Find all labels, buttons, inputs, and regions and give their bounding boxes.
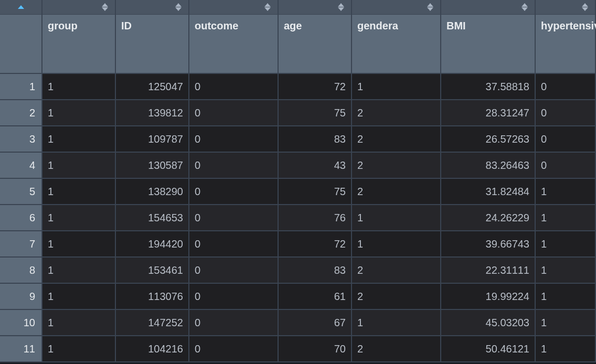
cell-outcome[interactable]: 0 — [189, 283, 278, 309]
table-row[interactable]: 81153461083222.311111 — [0, 257, 595, 283]
cell-ID[interactable]: 130587 — [115, 152, 189, 178]
cell-hypertensive[interactable]: 1 — [535, 309, 595, 336]
row-number-cell[interactable]: 9 — [0, 283, 42, 309]
cell-ID[interactable]: 153461 — [115, 257, 189, 283]
cell-gendera[interactable]: 1 — [352, 231, 441, 257]
cell-outcome[interactable]: 0 — [189, 100, 278, 126]
sort-icon[interactable] — [264, 3, 271, 12]
sort-icon[interactable] — [101, 3, 109, 12]
cell-hypertensive[interactable]: 1 — [535, 336, 595, 362]
cell-BMI[interactable]: 26.57263 — [441, 126, 535, 152]
table-row[interactable]: 41130587043283.264630 — [0, 152, 595, 178]
cell-outcome[interactable]: 0 — [189, 178, 278, 205]
cell-BMI[interactable]: 83.26463 — [441, 152, 535, 178]
cell-BMI[interactable]: 37.58818 — [441, 73, 535, 100]
row-number-cell[interactable]: 6 — [0, 205, 42, 231]
cell-hypertensive[interactable]: 1 — [535, 231, 595, 257]
cell-BMI[interactable]: 19.99224 — [441, 283, 535, 309]
header-bmi[interactable]: BMI — [441, 0, 535, 73]
cell-age[interactable]: 67 — [278, 309, 352, 336]
header-group[interactable]: group — [42, 0, 115, 73]
table-row[interactable]: 31109787083226.572630 — [0, 126, 595, 152]
cell-age[interactable]: 72 — [278, 73, 352, 100]
cell-ID[interactable]: 109787 — [115, 126, 189, 152]
cell-ID[interactable]: 154653 — [115, 205, 189, 231]
header-gendera[interactable]: gendera — [352, 0, 441, 73]
cell-group[interactable]: 1 — [42, 257, 115, 283]
cell-gendera[interactable]: 2 — [352, 126, 441, 152]
cell-BMI[interactable]: 45.03203 — [441, 309, 535, 336]
cell-ID[interactable]: 194420 — [115, 231, 189, 257]
cell-ID[interactable]: 147252 — [115, 309, 189, 336]
cell-outcome[interactable]: 0 — [189, 231, 278, 257]
cell-age[interactable]: 43 — [278, 152, 352, 178]
cell-hypertensive[interactable]: 1 — [535, 205, 595, 231]
cell-group[interactable]: 1 — [42, 100, 115, 126]
cell-group[interactable]: 1 — [42, 283, 115, 309]
cell-BMI[interactable]: 28.31247 — [441, 100, 535, 126]
header-outcome[interactable]: outcome — [189, 0, 278, 73]
cell-outcome[interactable]: 0 — [189, 309, 278, 336]
cell-ID[interactable]: 113076 — [115, 283, 189, 309]
cell-BMI[interactable]: 39.66743 — [441, 231, 535, 257]
cell-group[interactable]: 1 — [42, 336, 115, 362]
cell-ID[interactable]: 139812 — [115, 100, 189, 126]
row-number-cell[interactable]: 10 — [0, 309, 42, 336]
sort-asc-icon[interactable] — [17, 3, 25, 12]
cell-age[interactable]: 75 — [278, 100, 352, 126]
cell-group[interactable]: 1 — [42, 309, 115, 336]
header-age[interactable]: age — [278, 0, 352, 73]
row-number-cell[interactable]: 1 — [0, 73, 42, 100]
cell-outcome[interactable]: 0 — [189, 257, 278, 283]
cell-BMI[interactable]: 22.31111 — [441, 257, 535, 283]
cell-hypertensive[interactable]: 1 — [535, 257, 595, 283]
cell-hypertensive[interactable]: 0 — [535, 152, 595, 178]
cell-age[interactable]: 83 — [278, 126, 352, 152]
row-number-cell[interactable]: 7 — [0, 231, 42, 257]
cell-gendera[interactable]: 1 — [352, 73, 441, 100]
cell-group[interactable]: 1 — [42, 178, 115, 205]
row-number-cell[interactable]: 11 — [0, 336, 42, 362]
cell-outcome[interactable]: 0 — [189, 152, 278, 178]
cell-age[interactable]: 72 — [278, 231, 352, 257]
table-row[interactable]: 51138290075231.824841 — [0, 178, 595, 205]
cell-BMI[interactable]: 50.46121 — [441, 336, 535, 362]
cell-hypertensive[interactable]: 0 — [535, 73, 595, 100]
cell-group[interactable]: 1 — [42, 205, 115, 231]
header-hypertensive[interactable]: hypertensive — [535, 0, 595, 73]
sort-icon[interactable] — [337, 3, 345, 12]
cell-gendera[interactable]: 1 — [352, 205, 441, 231]
cell-age[interactable]: 83 — [278, 257, 352, 283]
table-row[interactable]: 101147252067145.032031 — [0, 309, 595, 336]
cell-age[interactable]: 61 — [278, 283, 352, 309]
sort-icon[interactable] — [581, 3, 589, 12]
cell-hypertensive[interactable]: 1 — [535, 283, 595, 309]
cell-gendera[interactable]: 2 — [352, 152, 441, 178]
table-row[interactable]: 111104216070250.461211 — [0, 336, 595, 362]
table-row[interactable]: 71194420072139.667431 — [0, 231, 595, 257]
cell-hypertensive[interactable]: 0 — [535, 100, 595, 126]
cell-gendera[interactable]: 1 — [352, 309, 441, 336]
cell-age[interactable]: 76 — [278, 205, 352, 231]
cell-outcome[interactable]: 0 — [189, 336, 278, 362]
cell-hypertensive[interactable]: 1 — [535, 178, 595, 205]
row-number-cell[interactable]: 4 — [0, 152, 42, 178]
cell-ID[interactable]: 104216 — [115, 336, 189, 362]
cell-group[interactable]: 1 — [42, 126, 115, 152]
cell-BMI[interactable]: 24.26229 — [441, 205, 535, 231]
row-number-cell[interactable]: 2 — [0, 100, 42, 126]
cell-age[interactable]: 75 — [278, 178, 352, 205]
row-number-cell[interactable]: 5 — [0, 178, 42, 205]
table-row[interactable]: 11125047072137.588180 — [0, 73, 595, 100]
cell-BMI[interactable]: 31.82484 — [441, 178, 535, 205]
cell-gendera[interactable]: 2 — [352, 100, 441, 126]
cell-ID[interactable]: 138290 — [115, 178, 189, 205]
table-row[interactable]: 61154653076124.262291 — [0, 205, 595, 231]
cell-group[interactable]: 1 — [42, 73, 115, 100]
table-row[interactable]: 21139812075228.312470 — [0, 100, 595, 126]
row-number-cell[interactable]: 3 — [0, 126, 42, 152]
header-id[interactable]: ID — [115, 0, 189, 73]
sort-icon[interactable] — [175, 3, 182, 12]
cell-gendera[interactable]: 2 — [352, 178, 441, 205]
cell-group[interactable]: 1 — [42, 152, 115, 178]
